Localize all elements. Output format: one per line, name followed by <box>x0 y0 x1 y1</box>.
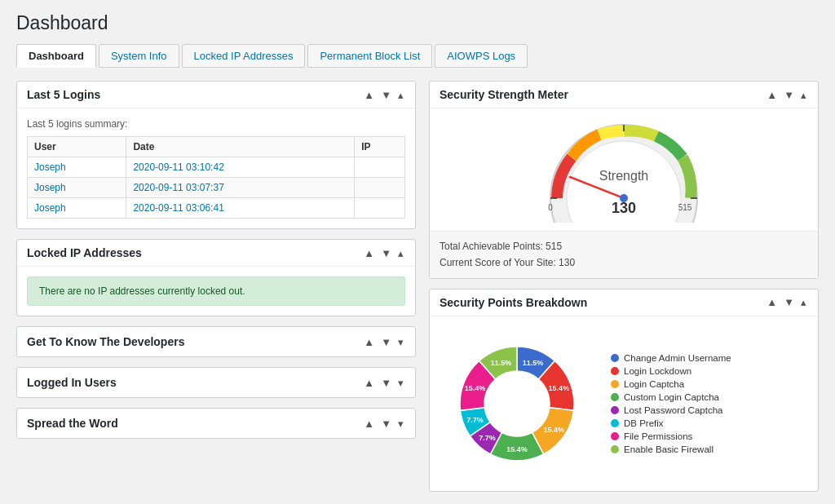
collapse-down-icon[interactable]: ▼ <box>379 89 393 101</box>
breakdown-down-icon[interactable]: ▼ <box>782 296 796 308</box>
login-ip <box>355 178 405 198</box>
login-user: Joseph <box>28 157 126 178</box>
table-row: Joseph2020-09-11 03:07:37 <box>28 178 405 198</box>
developers-arrow-icon[interactable]: ▾ <box>396 336 405 348</box>
svg-text:130: 130 <box>612 200 636 216</box>
tab-dashboard[interactable]: Dashboard <box>16 44 96 68</box>
legend-dot <box>611 406 619 414</box>
login-date: 2020-09-11 03:07:37 <box>126 178 355 198</box>
donut-label: 15.4% <box>465 384 486 392</box>
spreadword-controls: ▲ ▼ ▾ <box>362 418 405 430</box>
legend-item: DB Prefix <box>611 418 731 428</box>
developers-down-icon[interactable]: ▼ <box>379 336 393 348</box>
spreadword-down-icon[interactable]: ▼ <box>379 418 393 430</box>
breakdown-controls: ▲ ▼ ▴ <box>765 296 808 308</box>
tab-aiowps-logs[interactable]: AIOWPS Logs <box>435 44 528 68</box>
legend-item: Change Admin Username <box>611 353 731 363</box>
last5logins-title: Last 5 Logins <box>27 88 100 101</box>
logins-summary: Last 5 logins summary: <box>27 118 405 130</box>
developers-title: Get To Know The Developers <box>27 335 184 348</box>
login-user: Joseph <box>28 178 126 198</box>
last5logins-controls: ▲ ▼ ▴ <box>362 89 405 101</box>
legend-item: Lost Password Captcha <box>611 405 731 415</box>
gauge-stats: Total Achievable Points: 515 Current Sco… <box>430 231 818 278</box>
legend-item: Login Captcha <box>611 379 731 389</box>
breakdown-minimize-icon[interactable]: ▴ <box>799 296 808 308</box>
strength-up-icon[interactable]: ▲ <box>765 89 779 101</box>
legend-label: Login Lockdown <box>624 366 691 376</box>
lockedip-controls: ▲ ▼ ▴ <box>362 247 405 259</box>
col-ip: IP <box>355 137 405 157</box>
donut-label: 15.4% <box>544 426 565 434</box>
developers-up-icon[interactable]: ▲ <box>362 336 376 348</box>
legend-dot <box>611 367 619 375</box>
legend-item: Login Lockdown <box>611 366 731 376</box>
donut-label: 15.4% <box>506 445 528 453</box>
legend-label: Change Admin Username <box>624 353 731 363</box>
legend-item: File Permissions <box>611 431 731 441</box>
breakdown-title: Security Points Breakdown <box>440 296 587 309</box>
legend-dot <box>611 393 619 401</box>
table-row: Joseph2020-09-11 03:10:42 <box>28 157 405 178</box>
lockedip-minimize-icon[interactable]: ▴ <box>396 247 405 259</box>
loggedin-widget: Logged In Users ▲ ▼ ▾ <box>16 367 416 398</box>
tabs-bar: Dashboard System Info Locked IP Addresse… <box>16 44 819 68</box>
col-date: Date <box>126 137 355 157</box>
strength-title: Security Strength Meter <box>440 88 568 101</box>
spreadword-up-icon[interactable]: ▲ <box>362 418 376 430</box>
last5logins-widget: Last 5 Logins ▲ ▼ ▴ Last 5 logins summar… <box>16 81 416 229</box>
loggedin-arrow-icon[interactable]: ▾ <box>396 377 405 389</box>
spreadword-arrow-icon[interactable]: ▾ <box>396 418 405 430</box>
svg-text:515: 515 <box>678 203 692 212</box>
breakdown-body: 11.5%15.4%15.4%15.4%7.7%7.7%15.4%11.5% C… <box>430 316 818 491</box>
legend-label: DB Prefix <box>624 418 664 428</box>
strength-controls: ▲ ▼ ▴ <box>765 89 808 101</box>
donut-label: 11.5% <box>491 358 512 366</box>
legend-dot <box>611 432 619 440</box>
lockedip-message: There are no IP addresses currently lock… <box>27 276 405 306</box>
donut-label: 7.7% <box>479 434 496 442</box>
total-points: Total Achievable Points: 515 <box>440 238 808 254</box>
donut-label: 7.7% <box>466 416 484 424</box>
table-row: Joseph2020-09-11 03:06:41 <box>28 198 405 219</box>
lockedip-widget: Locked IP Addresses ▲ ▼ ▴ There are no I… <box>16 239 416 316</box>
tab-permanent-block[interactable]: Permanent Block List <box>307 44 432 68</box>
legend-dot <box>611 419 619 427</box>
breakdown-widget: Security Points Breakdown ▲ ▼ ▴ 11.5%15.… <box>429 289 819 492</box>
strength-widget: Security Strength Meter ▲ ▼ ▴ <box>429 81 819 279</box>
developers-widget: Get To Know The Developers ▲ ▼ ▾ <box>16 326 416 357</box>
lockedip-up-icon[interactable]: ▲ <box>362 247 376 259</box>
spreadword-title: Spread the Word <box>27 417 118 430</box>
legend-dot <box>611 445 619 453</box>
legend-label: File Permissions <box>624 431 692 441</box>
legend-item: Enable Basic Firewall <box>611 444 731 454</box>
donut-chart: 11.5%15.4%15.4%15.4%7.7%7.7%15.4%11.5% <box>440 326 594 481</box>
legend-item: Custom Login Captcha <box>611 392 731 402</box>
collapse-up-icon[interactable]: ▲ <box>362 89 376 101</box>
lockedip-title: Locked IP Addresses <box>27 246 142 259</box>
login-user: Joseph <box>28 198 126 219</box>
gauge-svg: 0 515 Strength 130 <box>542 117 705 223</box>
tab-locked-ip[interactable]: Locked IP Addresses <box>182 44 306 68</box>
loggedin-down-icon[interactable]: ▼ <box>379 377 393 389</box>
donut-label: 15.4% <box>549 384 570 392</box>
login-date: 2020-09-11 03:10:42 <box>126 157 355 178</box>
legend-label: Login Captcha <box>624 379 684 389</box>
col-user: User <box>28 137 126 157</box>
login-ip <box>355 198 405 219</box>
legend-label: Custom Login Captcha <box>624 392 719 402</box>
lockedip-down-icon[interactable]: ▼ <box>379 247 393 259</box>
page-title: Dashboard <box>16 12 819 34</box>
legend-dot <box>611 354 619 362</box>
strength-down-icon[interactable]: ▼ <box>782 89 796 101</box>
loggedin-title: Logged In Users <box>27 376 117 389</box>
tab-system-info[interactable]: System Info <box>99 44 179 68</box>
minimize-icon[interactable]: ▴ <box>396 89 405 101</box>
breakdown-up-icon[interactable]: ▲ <box>765 296 779 308</box>
strength-minimize-icon[interactable]: ▴ <box>799 89 808 101</box>
svg-text:0: 0 <box>548 203 553 212</box>
loggedin-up-icon[interactable]: ▲ <box>362 377 376 389</box>
current-score: Current Score of Your Site: 130 <box>440 254 808 271</box>
legend-label: Lost Password Captcha <box>624 405 722 415</box>
spreadword-widget: Spread the Word ▲ ▼ ▾ <box>16 408 416 439</box>
